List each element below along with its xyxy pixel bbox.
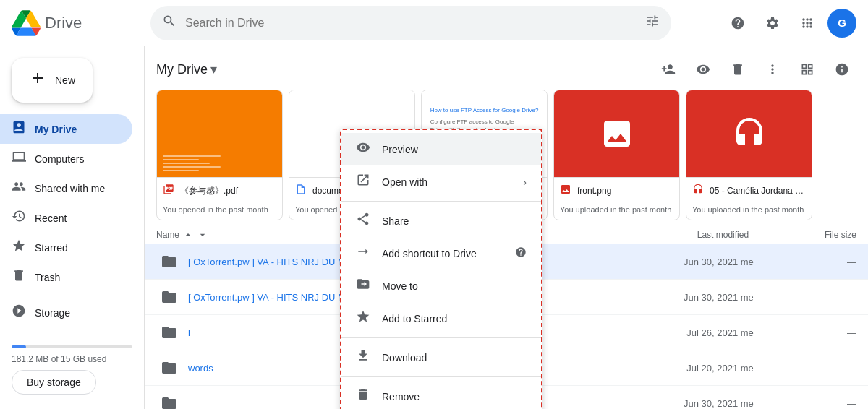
- open-with-arrow-icon: ›: [523, 176, 527, 188]
- buy-storage-button[interactable]: Buy storage: [12, 370, 96, 395]
- sidebar-item-trash[interactable]: Trash: [0, 262, 132, 292]
- storage-info: 181.2 MB of 15 GB used Buy storage: [0, 331, 144, 403]
- recent-icon: [12, 209, 26, 227]
- header-actions: [654, 55, 856, 84]
- file-card-info-4: 05 - Camélia Jordana - F...: [686, 177, 812, 204]
- menu-item-open-with[interactable]: Open with ›: [341, 165, 541, 198]
- storage-bar-fill: [12, 345, 26, 348]
- menu-item-add-shortcut[interactable]: Add shortcut to Drive: [341, 237, 541, 270]
- add-person-button[interactable]: [654, 55, 683, 84]
- file-card-name-0: 《参与感》.pdf: [180, 185, 276, 197]
- apps-button[interactable]: [793, 9, 822, 38]
- new-label: New: [55, 74, 75, 86]
- sidebar-item-recent[interactable]: Recent: [0, 203, 132, 233]
- shortcut-help-icon: [515, 246, 527, 261]
- file-card-date-4: You uploaded in the past month: [686, 204, 812, 220]
- sidebar-item-shared[interactable]: Shared with me: [0, 173, 132, 203]
- delete-button[interactable]: [723, 55, 752, 84]
- menu-item-share[interactable]: Share: [341, 204, 541, 237]
- starred-menu-icon: [356, 309, 370, 327]
- drive-title-text: My Drive: [156, 62, 208, 77]
- logo-text: Drive: [45, 14, 82, 33]
- account-button[interactable]: G: [827, 9, 856, 38]
- starred-icon: [12, 238, 26, 257]
- file-thumb-4: [686, 90, 812, 177]
- row-icon-4: [156, 390, 182, 409]
- mountain-icon: [600, 116, 634, 151]
- search-bar[interactable]: [150, 6, 671, 40]
- menu-item-starred[interactable]: Add to Starred: [341, 302, 541, 335]
- file-thumb-3: [554, 90, 679, 177]
- info-button[interactable]: [827, 55, 856, 84]
- menu-divider-1: [341, 201, 541, 202]
- row-size-0: —: [754, 257, 856, 267]
- computers-icon: [12, 150, 26, 168]
- menu-item-preview[interactable]: Preview: [341, 133, 541, 165]
- tune-icon[interactable]: [645, 14, 660, 32]
- sidebar-label-trash: Trash: [35, 272, 60, 283]
- row-icon-1: [156, 284, 182, 310]
- row-modified-2: Jul 26, 2021 me: [600, 327, 754, 338]
- headphone-icon: [732, 116, 767, 151]
- menu-item-download[interactable]: Download: [341, 341, 541, 374]
- menu-remove-label: Remove: [382, 391, 420, 402]
- row-size-2: —: [754, 327, 856, 338]
- sidebar-label-my-drive: My Drive: [35, 124, 77, 135]
- sidebar-label-shared: Shared with me: [35, 183, 105, 194]
- file-card-name-3: front.png: [577, 186, 673, 196]
- file-type-icon-1: [295, 184, 307, 198]
- share-menu-icon: [356, 212, 370, 230]
- row-icon-0: [156, 249, 182, 275]
- sidebar-item-storage: Storage: [0, 298, 132, 327]
- sidebar-item-computers[interactable]: Computers: [0, 144, 132, 173]
- file-card-date-0: You opened in the past month: [157, 204, 282, 220]
- row-icon-2: [156, 319, 182, 345]
- preview-button[interactable]: [689, 55, 718, 84]
- menu-divider-3: [341, 376, 541, 377]
- shortcut-menu-icon: [356, 244, 370, 262]
- move-menu-icon: [356, 277, 370, 295]
- col-name-text: Name: [156, 230, 179, 240]
- storage-bar-background: [12, 345, 132, 348]
- storage-used-text: 181.2 MB of 15 GB used: [12, 354, 132, 364]
- help-button[interactable]: [723, 9, 752, 38]
- file-card-0[interactable]: 《参与感》.pdf You opened in the past month: [156, 90, 283, 220]
- file-card-info-0: 《参与感》.pdf: [157, 177, 282, 204]
- context-menu: Preview Open with › Share Add shortcut t…: [340, 129, 542, 409]
- drive-title[interactable]: My Drive ▾: [156, 61, 217, 77]
- row-modified-3: Jul 20, 2021 me: [600, 363, 754, 374]
- grid-view-button[interactable]: [793, 55, 822, 84]
- sidebar-item-my-drive[interactable]: My Drive: [0, 114, 132, 144]
- preview-menu-icon: [356, 140, 370, 158]
- menu-shortcut-label: Add shortcut to Drive: [382, 248, 477, 259]
- settings-button[interactable]: [758, 9, 787, 38]
- file-type-icon-0: [163, 184, 174, 198]
- more-options-button[interactable]: [758, 55, 787, 84]
- col-header-modified: Last modified: [587, 230, 749, 240]
- col-size-text: File size: [825, 230, 856, 240]
- file-card-4[interactable]: 05 - Camélia Jordana - F... You uploaded…: [686, 90, 812, 220]
- menu-open-with-label: Open with: [382, 176, 427, 188]
- sidebar-item-starred[interactable]: Starred: [0, 233, 132, 262]
- new-plus-icon: [29, 69, 46, 91]
- menu-download-label: Download: [382, 352, 427, 363]
- new-button[interactable]: New: [12, 58, 93, 103]
- menu-item-move-to[interactable]: Move to: [341, 270, 541, 302]
- row-modified-4: Jun 30, 2021 me: [600, 398, 754, 409]
- menu-share-label: Share: [382, 215, 409, 227]
- file-type-icon-4: [692, 184, 704, 198]
- file-card-date-3: You uploaded in the past month: [554, 204, 679, 220]
- col-header-size: File size: [749, 230, 856, 240]
- search-icon: [162, 14, 176, 32]
- menu-starred-label: Add to Starred: [382, 313, 447, 324]
- menu-item-remove[interactable]: Remove: [341, 380, 541, 409]
- row-size-4: —: [754, 398, 856, 409]
- sidebar: New My Drive Computers Shared with me: [0, 46, 145, 409]
- search-input[interactable]: [185, 17, 637, 30]
- row-icon-3: [156, 355, 182, 381]
- row-size-1: —: [754, 292, 856, 303]
- menu-divider-2: [341, 337, 541, 338]
- top-bar: Drive G: [0, 0, 868, 46]
- file-card-3[interactable]: front.png You uploaded in the past month: [553, 90, 680, 220]
- menu-move-label: Move to: [382, 280, 418, 292]
